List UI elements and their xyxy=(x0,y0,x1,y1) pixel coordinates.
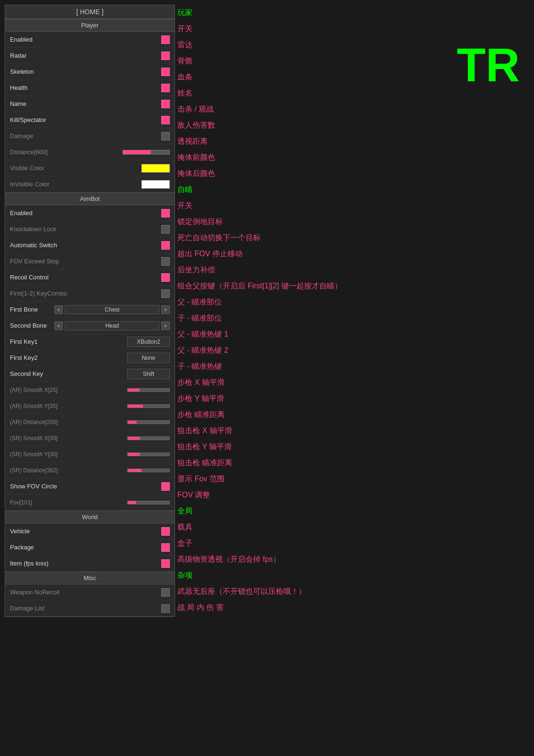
ar-smooth-y-fill xyxy=(128,405,143,408)
right-ar-smooth-y-text: 步枪 Y 轴平滑 xyxy=(177,393,224,404)
ar-distance-slider[interactable] xyxy=(127,420,170,424)
player-distance-slider[interactable] xyxy=(123,150,170,155)
aimbot-knockdown-row: Knockdown Lock xyxy=(5,221,175,237)
aimbot-enabled-toggle[interactable] xyxy=(161,209,170,217)
player-radar-label: Radar xyxy=(10,52,161,59)
aimbot-keycombo-toggle[interactable] xyxy=(161,289,170,298)
player-health-toggle[interactable] xyxy=(161,84,170,92)
right-aim-enabled-text: 开关 xyxy=(177,200,193,211)
world-vehicle-toggle[interactable] xyxy=(161,527,170,536)
right-sr-distance: 狙击枪 瞄准距离 xyxy=(177,455,532,471)
aimbot-section-header: AimBot xyxy=(5,192,175,205)
player-skeleton-label: Skeleton xyxy=(10,68,161,75)
ar-smooth-y-label: (AR) Smooth Y[35] xyxy=(10,403,127,409)
right-norecoil-text: 武器无后座（不开锁也可以压枪哦！） xyxy=(177,586,306,597)
right-killspectator: 击杀 / 观战 xyxy=(177,101,532,117)
right-showfov: 显示 Fov 范围 xyxy=(177,471,532,487)
right-secondkey: 子 - 瞄准热键 xyxy=(177,358,532,374)
first-bone-left-arrow[interactable]: < xyxy=(54,305,63,314)
right-sr-smooth-y-text: 狙击枪 Y 轴平滑 xyxy=(177,441,232,452)
player-invisiblecolor-label: InVisible Color xyxy=(10,181,141,188)
right-sr-distance-text: 狙击枪 瞄准距离 xyxy=(177,457,232,469)
second-bone-left-arrow[interactable]: < xyxy=(54,322,63,330)
second-bone-right-arrow[interactable]: > xyxy=(161,322,170,330)
player-killspectator-row: Kill/Spectator xyxy=(5,112,175,128)
player-radar-toggle[interactable] xyxy=(161,52,170,60)
first-key1-value[interactable]: XButton2 xyxy=(127,337,170,347)
second-key-value[interactable]: Shift xyxy=(127,369,170,379)
fov-slider[interactable] xyxy=(127,501,170,504)
player-damage-row: Damage xyxy=(5,128,175,144)
right-killspectator-text: 击杀 / 观战 xyxy=(177,104,214,115)
player-killspectator-toggle[interactable] xyxy=(161,116,170,124)
misc-damagelist-toggle[interactable] xyxy=(161,604,170,613)
aimbot-autoswitch-label: Automatic Switch xyxy=(10,242,161,249)
player-invisiblecolor-box[interactable] xyxy=(141,180,170,189)
ar-distance-label: (AR) Distance[200] xyxy=(10,419,127,426)
sr-smooth-y-slider[interactable] xyxy=(127,452,170,456)
player-visiblecolor-box[interactable] xyxy=(141,164,170,173)
right-radar-text: 雷达 xyxy=(177,39,193,51)
world-package-toggle[interactable] xyxy=(161,543,170,552)
world-item-row: Item (fps loss) xyxy=(5,556,175,572)
player-name-toggle[interactable] xyxy=(161,100,170,108)
first-bone-value: Chest xyxy=(65,305,159,314)
aimbot-knockdown-toggle[interactable] xyxy=(161,225,170,234)
right-vehicle: 载具 xyxy=(177,519,532,535)
right-recoil: 后坐力补偿 xyxy=(177,262,532,278)
player-damage-toggle[interactable] xyxy=(161,132,170,140)
sr-distance-fill xyxy=(128,469,141,472)
misc-norecoil-toggle[interactable] xyxy=(161,588,170,597)
ar-smooth-x-fill xyxy=(128,389,140,391)
ar-distance-row: (AR) Distance[200] xyxy=(5,414,175,430)
right-radar: 雷达 xyxy=(177,37,532,53)
player-skeleton-toggle[interactable] xyxy=(161,68,170,76)
player-section-header: Player xyxy=(5,19,175,32)
right-damage-text: 敌人伤害数 xyxy=(177,120,215,131)
aimbot-fovstop-toggle[interactable] xyxy=(161,257,170,266)
aimbot-fovstop-label: FOV Exceed Stop xyxy=(10,258,161,265)
show-fov-toggle[interactable] xyxy=(161,482,170,491)
player-enabled-toggle[interactable] xyxy=(161,35,170,44)
first-bone-right-arrow[interactable]: > xyxy=(161,305,170,314)
right-inviscolor-text: 掩体后颜色 xyxy=(177,168,215,179)
sr-smooth-x-label: (SR) Smooth X[30] xyxy=(10,435,127,442)
right-recoil-text: 后坐力补偿 xyxy=(177,264,215,276)
show-fov-row: Show FOV Circle xyxy=(5,478,175,495)
sr-smooth-y-row: (SR) Smooth Y[30] xyxy=(5,446,175,462)
sr-smooth-y-fill xyxy=(128,453,140,456)
player-enabled-label: Enabled xyxy=(10,36,161,43)
sr-distance-slider[interactable] xyxy=(127,469,170,472)
right-package-text: 盒子 xyxy=(177,538,193,549)
right-health: 血条 xyxy=(177,69,532,85)
aimbot-recoil-label: Recoil Control xyxy=(10,274,161,281)
right-distance-text: 透视距离 xyxy=(177,136,208,147)
world-package-label: Package xyxy=(10,544,161,551)
right-ar-distance-text: 步枪 瞄准距离 xyxy=(177,409,225,420)
right-sr-smooth-x-text: 狙击枪 X 轴平滑 xyxy=(177,425,232,436)
aimbot-autoswitch-row: Automatic Switch xyxy=(5,237,175,253)
right-viscolor-text: 掩体前颜色 xyxy=(177,152,215,163)
right-knockdown: 锁定倒地目标 xyxy=(177,214,532,230)
aimbot-autoswitch-toggle[interactable] xyxy=(161,241,170,250)
right-player-section: 玩家 xyxy=(177,5,532,21)
right-keycombo: 组合父按键（开启后 First[1][2] 键一起按才自瞄） xyxy=(177,278,532,294)
right-firstkey1-text: 父 - 瞄准热键 1 xyxy=(177,329,228,340)
right-skeleton-text: 骨骼 xyxy=(177,55,193,67)
world-item-toggle[interactable] xyxy=(161,559,170,568)
second-bone-value: Head xyxy=(65,321,159,330)
sr-smooth-x-slider[interactable] xyxy=(127,436,170,440)
sr-distance-label: (SR) Distance[362] xyxy=(10,467,127,474)
right-aimbot-section: 自瞄 xyxy=(177,182,532,198)
player-health-row: Health xyxy=(5,80,175,96)
right-damagelist-text: 战 局 内 伤 害 xyxy=(177,602,224,613)
right-fov: FOV 调整 xyxy=(177,487,532,503)
ar-smooth-x-slider[interactable] xyxy=(127,388,170,392)
aimbot-recoil-toggle[interactable] xyxy=(161,273,170,282)
first-key2-value[interactable]: None xyxy=(127,353,170,363)
ar-smooth-y-slider[interactable] xyxy=(127,404,170,408)
ar-smooth-x-row: (AR) Smooth X[25] xyxy=(5,382,175,398)
right-health-text: 血条 xyxy=(177,71,193,83)
player-name-row: Name xyxy=(5,96,175,112)
player-visiblecolor-row: Visible Color xyxy=(5,160,175,176)
